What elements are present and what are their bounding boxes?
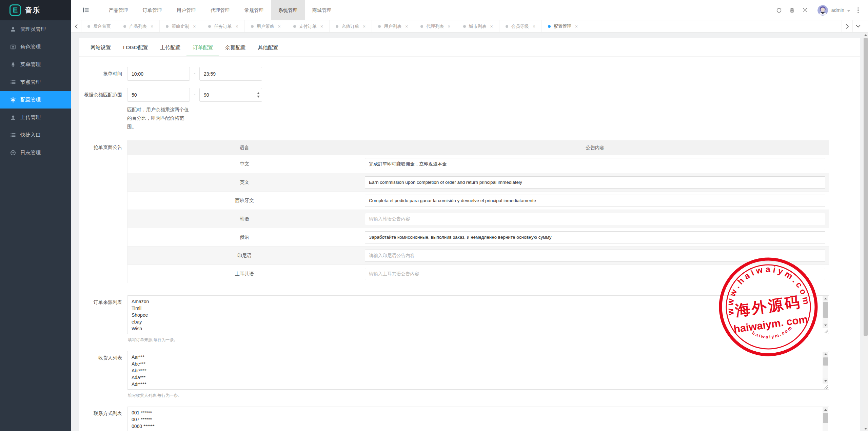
- textarea-scrollbar[interactable]: [823, 352, 828, 389]
- scroll-thumb[interactable]: [823, 357, 828, 366]
- close-icon[interactable]: [575, 24, 578, 29]
- tab-recharge-order[interactable]: 充值订单: [330, 20, 372, 32]
- close-icon[interactable]: [151, 24, 153, 29]
- contacts-textarea[interactable]: 001 ****** 007 ****** 0060 ****** 0062 *…: [127, 407, 829, 431]
- refresh-icon[interactable]: [773, 0, 786, 20]
- topnav-mall[interactable]: 商城管理: [305, 0, 339, 20]
- asterisk-icon: [10, 97, 16, 103]
- tab-dot-icon: [463, 25, 466, 28]
- tab-config-manage[interactable]: 配置管理: [542, 20, 584, 32]
- scroll-up-icon[interactable]: [823, 296, 828, 301]
- grab-time-start-input[interactable]: [127, 67, 190, 81]
- announcement-input-id[interactable]: [365, 250, 825, 262]
- log-icon: [10, 150, 16, 156]
- scroll-thumb[interactable]: [864, 38, 868, 336]
- table-header: 语言 公告内容: [127, 141, 829, 155]
- scroll-down-icon[interactable]: [823, 378, 828, 384]
- tab-site-settings[interactable]: 网站设置: [84, 38, 117, 56]
- sidebar-item-role-manage[interactable]: 角色管理: [0, 38, 71, 56]
- sidebar-item-admin-manage[interactable]: 管理员管理: [0, 20, 71, 38]
- spin-up-icon[interactable]: [257, 92, 260, 94]
- order-sources-textarea[interactable]: Amazon Timll Shopee ebay Wish: [127, 295, 829, 334]
- tabbar-controls: [842, 20, 863, 32]
- close-icon[interactable]: [320, 24, 323, 29]
- tab-logo-config[interactable]: LOGO配置: [117, 38, 154, 56]
- tabs-menu-icon[interactable]: [852, 20, 863, 32]
- chevron-down-icon[interactable]: [847, 10, 850, 12]
- close-icon[interactable]: [405, 24, 408, 29]
- scroll-down-icon[interactable]: [823, 323, 828, 328]
- announcement-input-zh[interactable]: [365, 158, 825, 170]
- resize-grip-icon[interactable]: [823, 328, 828, 333]
- page-scrollbar[interactable]: [863, 33, 868, 431]
- tab-user-strategy[interactable]: 用户策略: [245, 20, 287, 32]
- field-label: 抢单时间: [79, 67, 122, 81]
- sidebar-item-log-manage[interactable]: 日志管理: [0, 144, 71, 161]
- scroll-thumb[interactable]: [823, 302, 828, 318]
- tab-product-list[interactable]: 产品列表: [117, 20, 160, 32]
- tab-other-config[interactable]: 其他配置: [252, 38, 284, 56]
- close-icon[interactable]: [533, 24, 535, 29]
- close-icon[interactable]: [490, 24, 493, 29]
- tab-home[interactable]: 后台首页: [81, 20, 117, 32]
- more-vertical-icon[interactable]: [853, 0, 863, 20]
- topnav-order[interactable]: 订单管理: [135, 0, 169, 20]
- topnav-product[interactable]: 产品管理: [101, 0, 135, 20]
- balance-min-input[interactable]: [127, 88, 190, 102]
- username[interactable]: admin: [831, 7, 844, 13]
- close-icon[interactable]: [235, 24, 238, 29]
- collapse-menu-icon[interactable]: [83, 7, 89, 13]
- resize-grip-icon[interactable]: [823, 384, 828, 389]
- topnav-user[interactable]: 用户管理: [169, 0, 203, 20]
- topnav-general[interactable]: 常规管理: [237, 0, 271, 20]
- topnav-system[interactable]: 系统管理: [271, 0, 305, 20]
- textarea-scrollbar[interactable]: [823, 296, 828, 333]
- spin-down-icon[interactable]: [257, 96, 260, 98]
- textarea-scrollbar[interactable]: [823, 407, 828, 431]
- tab-upload-config[interactable]: 上传配置: [154, 38, 186, 56]
- announcement-input-ko[interactable]: [365, 213, 825, 225]
- tab-user-list[interactable]: 用户列表: [372, 20, 414, 32]
- topnav-agent[interactable]: 代理管理: [203, 0, 237, 20]
- balance-max-input[interactable]: [199, 88, 262, 102]
- sidebar-item-menu-manage[interactable]: 菜单管理: [0, 56, 71, 73]
- announcement-input-ru[interactable]: [365, 231, 825, 243]
- grab-time-end-input[interactable]: [199, 67, 262, 81]
- tab-city-list[interactable]: 城市列表: [457, 20, 499, 32]
- config-tabs: 网站设置 LOGO配置 上传配置 订单配置 余额配置 其他配置: [79, 38, 860, 57]
- announcement-input-es[interactable]: [365, 195, 825, 207]
- sidebar-item-upload-manage[interactable]: 上传管理: [0, 109, 71, 126]
- close-icon[interactable]: [278, 24, 281, 29]
- trash-icon[interactable]: [786, 0, 798, 20]
- topbar: 产品管理 订单管理 用户管理 代理管理 常规管理 系统管理 商城管理 admin: [71, 0, 868, 20]
- announcement-input-tr[interactable]: [365, 268, 825, 280]
- tab-order-config[interactable]: 订单配置: [186, 38, 219, 56]
- sidebar-item-config-manage[interactable]: 配置管理: [0, 91, 71, 109]
- tab-balance-config[interactable]: 余额配置: [219, 38, 252, 56]
- close-icon[interactable]: [193, 24, 196, 29]
- scroll-down-icon[interactable]: [863, 426, 868, 431]
- number-spinner[interactable]: [257, 88, 260, 102]
- tab-agent-list[interactable]: 代理列表: [414, 20, 457, 32]
- scroll-up-icon[interactable]: [863, 33, 868, 37]
- tab-member-level[interactable]: 会员等级: [499, 20, 542, 32]
- close-icon[interactable]: [363, 24, 366, 29]
- field-label: 抢单页面公告: [79, 140, 122, 283]
- open-tabs: 后台首页 产品列表 策略定制 任务订单 用户策略 支付订单 充值订单 用户列表 …: [81, 20, 584, 32]
- tabs-scroll-left-icon[interactable]: [71, 20, 81, 32]
- sidebar-item-quick-entry[interactable]: 快捷入口: [0, 126, 71, 144]
- tab-strategy-custom[interactable]: 策略定制: [160, 20, 202, 32]
- scroll-up-icon[interactable]: [823, 352, 828, 357]
- announcement-input-en[interactable]: [365, 176, 825, 189]
- tab-pay-order[interactable]: 支付订单: [287, 20, 330, 32]
- scroll-thumb[interactable]: [823, 413, 828, 423]
- scroll-up-icon[interactable]: [823, 407, 828, 412]
- tab-task-order[interactable]: 任务订单: [202, 20, 244, 32]
- sidebar-item-node-manage[interactable]: 节点管理: [0, 73, 71, 91]
- close-icon[interactable]: [448, 24, 450, 29]
- table-row: 英文: [127, 173, 829, 192]
- tabs-scroll-right-icon[interactable]: [842, 20, 852, 32]
- avatar[interactable]: [817, 5, 828, 16]
- fullscreen-icon[interactable]: [798, 0, 811, 20]
- receivers-textarea[interactable]: Aar*** Abe*** Abr**** Ada*** Adr****: [127, 351, 829, 390]
